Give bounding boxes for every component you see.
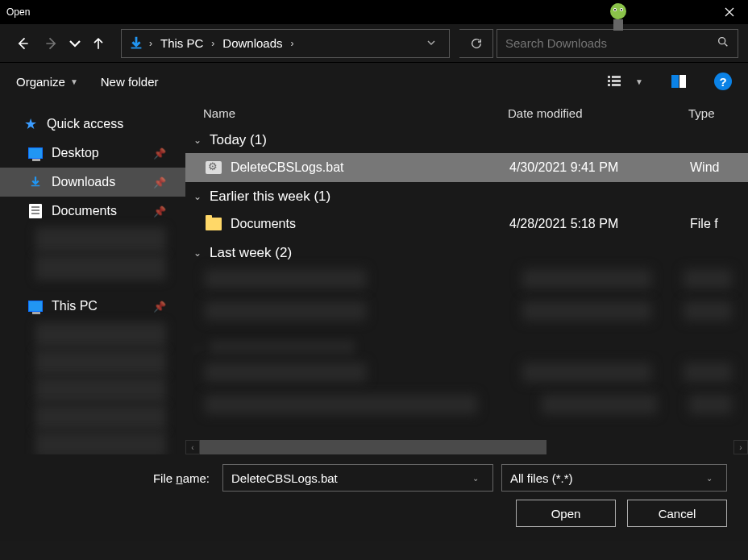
address-dropdown[interactable] <box>418 36 444 51</box>
filename-input[interactable] <box>231 471 467 485</box>
folder-icon <box>205 215 222 233</box>
scroll-left-button[interactable]: ‹ <box>185 440 200 454</box>
toolbar: Organize ▼ New folder ▼ ? <box>0 63 748 100</box>
svg-rect-11 <box>608 84 610 86</box>
sidebar-item-this-pc[interactable]: This PC 📌 <box>0 292 185 321</box>
sidebar-item-redacted[interactable] <box>35 255 166 280</box>
column-date-modified[interactable]: Date modified <box>508 106 688 120</box>
pin-icon: 📌 <box>153 176 166 189</box>
sidebar-item-redacted[interactable] <box>35 350 166 375</box>
close-button[interactable] <box>717 0 742 24</box>
pin-icon: 📌 <box>153 147 166 160</box>
breadcrumb-downloads[interactable]: Downloads <box>218 36 287 50</box>
dropdown-arrow-icon: ▼ <box>70 77 78 86</box>
group-today[interactable]: ⌄ Today (1) <box>185 126 748 153</box>
organize-button[interactable]: Organize ▼ <box>16 75 78 89</box>
scroll-track[interactable] <box>200 440 733 454</box>
svg-rect-8 <box>612 76 621 78</box>
help-button[interactable]: ? <box>714 73 732 90</box>
chevron-down-icon: ⌄ <box>193 247 203 259</box>
group-earlier-this-week[interactable]: ⌄ Earlier this week (1) <box>185 182 748 209</box>
chevron-down-icon: ⌄ <box>193 191 203 202</box>
search-input[interactable] <box>505 36 710 50</box>
sidebar-item-desktop[interactable]: Desktop 📌 <box>0 139 185 168</box>
forward-button[interactable] <box>39 31 64 56</box>
chevron-down-icon: ⌄ <box>193 135 203 146</box>
filename-input-container[interactable]: ⌄ <box>222 464 493 492</box>
file-list-area: Name Date modified Type ⌄ Today (1) Dele… <box>185 100 748 454</box>
horizontal-scrollbar[interactable]: ‹ › <box>185 440 748 454</box>
column-type[interactable]: Type <box>688 106 748 120</box>
sidebar-item-documents[interactable]: Documents 📌 <box>0 197 185 226</box>
pin-icon: 📌 <box>153 301 166 313</box>
file-row[interactable]: DeleteCBSLogs.bat 4/30/2021 9:41 PM Wind <box>185 153 748 182</box>
title-bar: Open <box>0 0 748 24</box>
downloads-location-icon <box>127 34 146 53</box>
scroll-right-button[interactable]: › <box>733 440 748 454</box>
file-list: ⌄ Today (1) DeleteCBSLogs.bat 4/30/2021 … <box>185 126 748 440</box>
sidebar-quick-access[interactable]: ★ Quick access <box>0 110 185 139</box>
sidebar-item-redacted[interactable] <box>35 404 166 430</box>
filename-dropdown[interactable]: ⌄ <box>467 474 484 483</box>
file-row-redacted[interactable] <box>205 301 732 330</box>
star-icon: ★ <box>23 116 39 132</box>
chevron-right-icon[interactable]: › <box>149 38 152 49</box>
column-name[interactable]: Name <box>203 106 508 120</box>
file-row[interactable]: Documents 4/28/2021 5:18 PM File f <box>185 209 748 239</box>
sidebar-item-redacted[interactable] <box>35 227 166 253</box>
dropdown-arrow-icon[interactable]: ▼ <box>635 77 643 86</box>
svg-rect-9 <box>608 80 610 82</box>
search-icon[interactable] <box>710 35 729 52</box>
downloads-icon <box>27 174 44 190</box>
file-row-redacted[interactable] <box>205 269 732 298</box>
preview-pane-button[interactable] <box>667 70 690 93</box>
sidebar-item-redacted[interactable] <box>35 432 166 454</box>
navigation-sidebar: ★ Quick access Desktop 📌 Downloads 📌 Doc… <box>0 100 185 454</box>
file-row-redacted[interactable] <box>205 395 732 424</box>
navigation-bar: › This PC › Downloads › <box>0 24 748 63</box>
search-box[interactable] <box>497 29 738 58</box>
desktop-icon <box>27 145 44 161</box>
pin-icon: 📌 <box>153 205 166 218</box>
breadcrumb-this-pc[interactable]: This PC <box>156 36 208 50</box>
this-pc-icon <box>27 298 44 314</box>
group-redacted[interactable]: ⌄ <box>185 334 748 359</box>
up-button[interactable] <box>85 31 111 56</box>
window-title: Open <box>6 6 30 18</box>
sidebar-item-downloads[interactable]: Downloads 📌 <box>0 168 185 197</box>
cancel-button[interactable]: Cancel <box>627 500 727 527</box>
new-folder-button[interactable]: New folder <box>101 75 159 89</box>
back-button[interactable] <box>10 31 35 56</box>
recent-dropdown[interactable] <box>68 31 82 56</box>
svg-rect-10 <box>612 80 621 82</box>
svg-rect-13 <box>671 75 679 88</box>
svg-point-6 <box>719 37 725 44</box>
dropdown-arrow-icon: ⌄ <box>700 474 718 483</box>
file-type-filter[interactable]: All files (*.*) ⌄ <box>501 464 727 492</box>
chevron-right-icon[interactable]: › <box>291 38 294 49</box>
svg-rect-7 <box>608 76 610 78</box>
sidebar-item-redacted[interactable] <box>35 322 166 348</box>
sidebar-item-redacted[interactable] <box>35 377 166 403</box>
file-row-redacted[interactable] <box>205 363 732 392</box>
chevron-right-icon[interactable]: › <box>211 38 214 49</box>
svg-rect-14 <box>679 75 686 88</box>
bat-file-icon <box>205 159 222 176</box>
documents-icon <box>27 203 44 219</box>
main-content: ★ Quick access Desktop 📌 Downloads 📌 Doc… <box>0 100 748 454</box>
scroll-thumb[interactable] <box>200 440 546 454</box>
svg-rect-12 <box>612 84 621 86</box>
bottom-panel: File name: ⌄ All files (*.*) ⌄ Open Canc… <box>0 454 748 541</box>
refresh-button[interactable] <box>459 29 493 58</box>
open-button[interactable]: Open <box>516 500 616 527</box>
filename-label: File name: <box>21 471 214 485</box>
address-bar[interactable]: › This PC › Downloads › <box>121 29 450 58</box>
view-options-button[interactable] <box>603 70 625 93</box>
column-headers: Name Date modified Type <box>185 100 748 126</box>
group-last-week[interactable]: ⌄ Last week (2) <box>185 239 748 266</box>
